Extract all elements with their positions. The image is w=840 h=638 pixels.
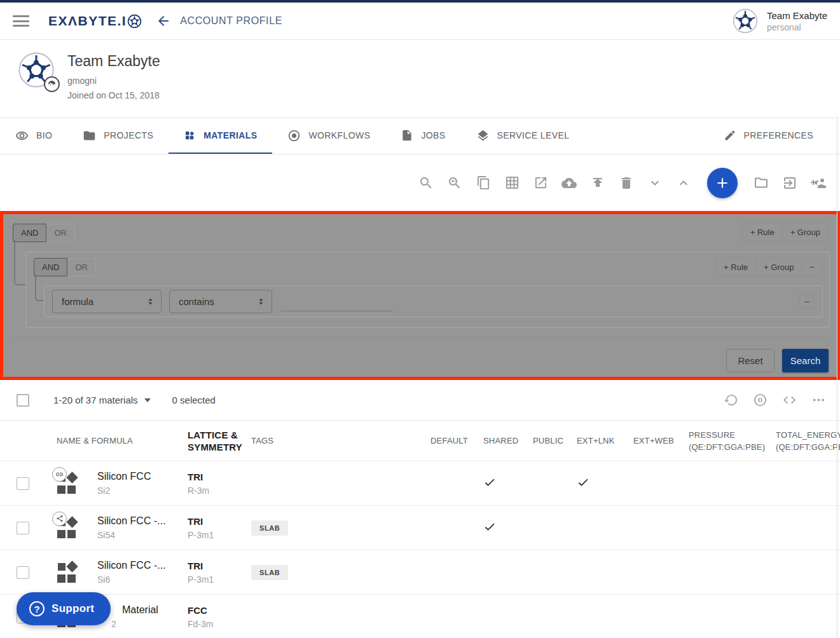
- outer-group-actions: + Rule + Group: [742, 223, 829, 241]
- col-ext-lnk[interactable]: EXT+LNK: [572, 435, 628, 447]
- table-row[interactable]: Silicon FCC -... Si6 TRI P-3m1 SLAB: [0, 550, 840, 595]
- support-button[interactable]: ? Support: [17, 592, 111, 625]
- publish-icon[interactable]: [590, 175, 605, 191]
- col-name-formula[interactable]: NAME & FORMULA: [39, 435, 186, 447]
- tab-projects[interactable]: PROJECTS: [67, 118, 169, 154]
- saved-search-icon[interactable]: [447, 175, 462, 191]
- copy-icon[interactable]: [476, 175, 491, 191]
- outer-add-rule-button[interactable]: + Rule: [742, 223, 783, 241]
- back-arrow-icon[interactable]: [156, 13, 171, 29]
- workflows-icon: [287, 129, 301, 142]
- profile-name: Team Exabyte: [67, 53, 160, 70]
- outer-or-button[interactable]: OR: [46, 224, 75, 242]
- chevron-down-icon[interactable]: [647, 175, 663, 191]
- outer-and-button[interactable]: AND: [13, 224, 46, 242]
- delete-icon[interactable]: [619, 175, 634, 191]
- user-face-badge-icon: [44, 76, 60, 92]
- material-name[interactable]: Silicon FCC -...: [97, 560, 166, 571]
- pause-icon[interactable]: [752, 393, 768, 408]
- material-formula: Si2: [97, 485, 151, 496]
- service-level-icon: [476, 129, 490, 142]
- inner-and-button[interactable]: AND: [34, 258, 67, 276]
- profile-tabs: BIO PROJECTS MATERIALS WORKFLOWS JOBS SE…: [0, 118, 840, 154]
- col-total-energy[interactable]: TOTAL_ENERGY(QE:DFT:GGA:PBE): [771, 429, 840, 453]
- pencil-icon: [724, 129, 736, 142]
- query-builder-panel: AND OR + Rule + Group AND OR + Rule + Gr…: [0, 211, 840, 380]
- reset-button[interactable]: Reset: [726, 349, 775, 372]
- nested-rule-group: AND OR + Rule + Group − formula contains…: [25, 252, 830, 328]
- cloud-upload-icon[interactable]: [561, 175, 577, 191]
- more-options-icon[interactable]: [811, 393, 826, 408]
- pagination-dropdown[interactable]: 1-20 of 37 materials: [53, 395, 151, 405]
- col-pressure[interactable]: PRESSURE(QE:DFT:GGA:PBE): [684, 429, 771, 453]
- select-all-checkbox[interactable]: [17, 394, 29, 407]
- symmetry: P-3m1: [188, 574, 249, 585]
- profile-avatar: [18, 51, 55, 88]
- code-icon[interactable]: [781, 393, 797, 408]
- rule-operator-select[interactable]: contains: [169, 290, 272, 313]
- inner-add-rule-button[interactable]: + Rule: [715, 258, 756, 276]
- table-row[interactable]: Silicon FCC Si2 TRI R-3m: [0, 461, 840, 506]
- add-material-button[interactable]: [707, 168, 738, 198]
- col-shared[interactable]: SHARED: [478, 435, 528, 447]
- inner-or-button[interactable]: OR: [67, 258, 96, 276]
- unfold-arrows-icon: [256, 297, 266, 306]
- row-checkbox[interactable]: [17, 477, 29, 490]
- unfold-arrows-icon: [146, 297, 155, 306]
- material-name[interactable]: Silicon FCC: [97, 471, 151, 482]
- tab-preferences[interactable]: PREFERENCES: [708, 118, 829, 154]
- material-icon: [57, 518, 79, 538]
- table-row[interactable]: Silicon FCC -... Si54 TRI P-3m1 SLAB: [0, 506, 840, 550]
- tab-materials[interactable]: MATERIALS: [169, 118, 272, 154]
- tab-jobs[interactable]: JOBS: [385, 118, 460, 154]
- material-name[interactable]: Silicon FCC -...: [97, 515, 166, 527]
- share-with-team-icon[interactable]: [811, 175, 826, 191]
- open-in-new-icon[interactable]: [533, 175, 548, 191]
- shared-check: [478, 476, 528, 491]
- shared-check: [478, 520, 528, 536]
- menu-icon[interactable]: [13, 15, 29, 27]
- material-icon: [57, 562, 79, 583]
- inner-condition-toggle: AND OR: [34, 258, 96, 276]
- col-ext-web[interactable]: EXT+WEB: [628, 435, 684, 447]
- symmetry: Fd-3m: [188, 619, 249, 629]
- grid-icon[interactable]: [504, 175, 520, 191]
- lattice: FCC: [188, 605, 249, 616]
- share-badge-icon: [52, 512, 67, 526]
- outer-condition-toggle: AND OR: [13, 224, 75, 242]
- account-avatar: [733, 8, 758, 34]
- rule-field-select[interactable]: formula: [52, 290, 162, 313]
- inner-add-group-button[interactable]: + Group: [756, 258, 802, 276]
- tab-service-level[interactable]: SERVICE LEVEL: [461, 118, 585, 154]
- table-row[interactable]: Material 2 FCC Fd-3m: [0, 595, 840, 638]
- outer-add-group-button[interactable]: + Group: [783, 223, 829, 241]
- account-menu[interactable]: Team Exabyte personal: [733, 8, 827, 34]
- remove-rule-button[interactable]: −: [799, 294, 815, 309]
- list-controls: 1-20 of 37 materials 0 selected: [0, 380, 840, 420]
- import-icon[interactable]: [782, 175, 797, 191]
- exabyte-logo[interactable]: EXΛBYTE.I: [48, 13, 142, 29]
- col-lattice-symmetry[interactable]: LATTICE &SYMMETRY: [186, 429, 249, 453]
- tag-chip: SLAB: [251, 520, 288, 536]
- profile-username: gmogni: [67, 76, 160, 86]
- material-formula: Si54: [97, 530, 166, 540]
- selected-count: 0 selected: [172, 395, 216, 405]
- chevron-up-icon[interactable]: [676, 175, 691, 191]
- search-button[interactable]: Search: [782, 349, 829, 372]
- row-checkbox[interactable]: [17, 566, 29, 579]
- col-public[interactable]: PUBLIC: [528, 435, 572, 447]
- search-icon[interactable]: [418, 175, 434, 191]
- inner-remove-group-button[interactable]: −: [802, 258, 823, 276]
- row-checkbox[interactable]: [17, 522, 29, 534]
- refresh-icon[interactable]: [723, 393, 738, 408]
- rule-value-input[interactable]: [281, 292, 393, 311]
- folder-icon[interactable]: [754, 175, 769, 191]
- lattice: TRI: [188, 472, 249, 482]
- ext-lnk-check: [572, 476, 628, 491]
- tab-workflows[interactable]: WORKFLOWS: [272, 118, 385, 154]
- material-formula: 2: [97, 619, 158, 629]
- tab-bio[interactable]: BIO: [0, 118, 67, 154]
- col-default[interactable]: DEFAULT: [425, 435, 478, 447]
- col-tags[interactable]: TAGS: [249, 435, 425, 447]
- eye-icon: [15, 129, 29, 142]
